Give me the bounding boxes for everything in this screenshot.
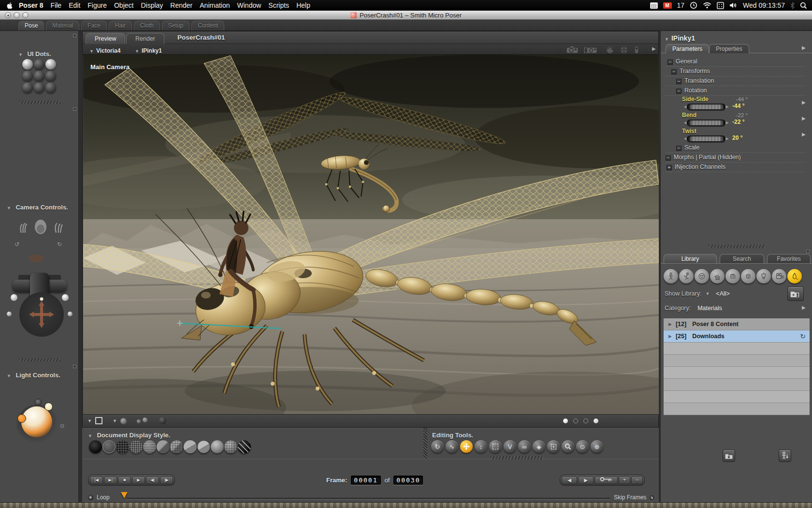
- tab-render[interactable]: Render: [126, 33, 164, 44]
- group-translation[interactable]: −Translation: [666, 77, 806, 86]
- group-morphs[interactable]: −Morphs | Partial (Hidden): [666, 154, 806, 163]
- direct-manipulation-tool[interactable]: ⊕: [591, 440, 603, 453]
- timeline-track[interactable]: [127, 498, 610, 499]
- style-cartoon[interactable]: [184, 440, 197, 453]
- dial-options-arrow[interactable]: ▶: [802, 132, 806, 137]
- tab-search[interactable]: Search: [720, 254, 764, 263]
- library-empty-row[interactable]: [664, 391, 810, 403]
- light-globe-control[interactable]: [21, 406, 52, 437]
- props-category-icon[interactable]: [741, 269, 755, 284]
- menu-clock[interactable]: Wed 09:13:57: [743, 1, 785, 9]
- cameras-category-icon[interactable]: [772, 269, 786, 284]
- tab-library[interactable]: Library: [664, 254, 717, 263]
- mini-ball-icon[interactable]: [137, 419, 141, 423]
- tab-parameters[interactable]: Parameters: [666, 44, 709, 53]
- close-window-button[interactable]: [5, 12, 11, 18]
- ui-dot-7[interactable]: [22, 82, 33, 93]
- camera-select-icon[interactable]: [584, 45, 597, 54]
- translate-in-out-tool[interactable]: ↕: [475, 440, 487, 453]
- chain-break-tool[interactable]: ∞: [518, 440, 531, 453]
- poses-category-icon[interactable]: [679, 269, 694, 284]
- total-frames-field[interactable]: 00030: [393, 476, 423, 485]
- panel-arrow-icon[interactable]: ▶: [802, 45, 806, 50]
- palette-menu-box[interactable]: [73, 107, 76, 111]
- bluetooth-icon[interactable]: [790, 2, 795, 9]
- hands-category-icon[interactable]: [710, 269, 725, 284]
- spotlight-icon[interactable]: [800, 2, 807, 9]
- library-empty-row[interactable]: [664, 403, 810, 415]
- style-silhouette[interactable]: [89, 440, 102, 453]
- library-empty-row[interactable]: [664, 379, 810, 391]
- ui-dot-8[interactable]: [34, 82, 44, 93]
- stop-button[interactable]: ■: [118, 476, 131, 484]
- materials-category-icon[interactable]: [787, 269, 802, 284]
- twist-dial[interactable]: ◀▶: [684, 134, 728, 143]
- calendar-icon[interactable]: [650, 2, 658, 9]
- menu-figure[interactable]: Figure: [87, 1, 107, 9]
- pan-view-icon[interactable]: [620, 45, 628, 54]
- palette-divider[interactable]: [491, 456, 544, 460]
- room-tab-pose[interactable]: Pose: [18, 21, 44, 30]
- page-dot-3[interactable]: [583, 418, 588, 423]
- style-flat-lined[interactable]: [170, 440, 183, 453]
- dial-value[interactable]: -44 °: [732, 103, 744, 109]
- mini-ball-icon[interactable]: [143, 418, 147, 422]
- room-tab-material[interactable]: Material: [46, 21, 79, 30]
- rotate-left-camera-icon[interactable]: ↺: [14, 241, 19, 248]
- window-title-bar[interactable]: PoserCrash#01 – Smith Micro Poser: [0, 11, 812, 20]
- scale-tool[interactable]: [489, 440, 502, 453]
- room-tab-hair[interactable]: Hair: [109, 21, 132, 30]
- menu-window[interactable]: Window: [237, 1, 261, 9]
- camera-icon[interactable]: [566, 45, 579, 54]
- frame-select-icon[interactable]: [95, 417, 102, 424]
- ui-dot-9[interactable]: [45, 82, 56, 93]
- add-runtime-button[interactable]: +: [787, 286, 804, 301]
- page-dot-1[interactable]: [563, 418, 568, 423]
- group-scale[interactable]: −Scale: [666, 144, 806, 153]
- menu-display[interactable]: Display: [141, 1, 163, 9]
- light-indicator-orange[interactable]: [17, 414, 26, 423]
- palette-divider[interactable]: [709, 245, 765, 248]
- current-frame-field[interactable]: 00001: [351, 476, 380, 485]
- gmail-icon[interactable]: M: [663, 2, 672, 9]
- dial-options-arrow[interactable]: ▶: [802, 116, 806, 121]
- tab-preview[interactable]: Preview: [86, 33, 125, 44]
- refresh-icon[interactable]: ↻: [800, 332, 806, 340]
- twist-tool[interactable]: ∿: [446, 440, 458, 453]
- palette-divider[interactable]: [19, 101, 60, 104]
- group-injection-channels[interactable]: +INjection Channels: [666, 164, 806, 172]
- zoom-window-button[interactable]: [22, 12, 29, 18]
- remove-from-library-button[interactable]: [779, 449, 791, 462]
- library-empty-row[interactable]: [664, 355, 810, 367]
- taper-tool[interactable]: V: [504, 440, 516, 453]
- menu-object[interactable]: Object: [114, 1, 133, 9]
- palette-divider[interactable]: [19, 358, 60, 361]
- style-smooth-lined[interactable]: [224, 440, 237, 453]
- bend-dial[interactable]: ◀▶: [684, 118, 728, 127]
- camera-hands-head-icons[interactable]: [17, 218, 64, 238]
- lights-category-icon[interactable]: [756, 269, 771, 284]
- figures-category-icon[interactable]: [664, 269, 678, 284]
- light-indicator-dim[interactable]: [35, 399, 42, 405]
- room-tab-setup[interactable]: Setup: [162, 21, 189, 30]
- style-flat-shaded[interactable]: [157, 440, 170, 453]
- panel-collapse-arrow-icon[interactable]: ▶: [652, 46, 656, 51]
- style-lit-wireframe[interactable]: [143, 440, 156, 453]
- library-empty-row[interactable]: [664, 343, 810, 355]
- tab-favorites[interactable]: Favorites: [767, 254, 811, 263]
- group-transforms[interactable]: −Transforms: [666, 68, 806, 76]
- style-hidden-line[interactable]: [130, 440, 143, 453]
- time-machine-icon[interactable]: [690, 1, 697, 9]
- memory-dot-icon[interactable]: [634, 45, 639, 54]
- right-point-hand-icon[interactable]: [62, 283, 69, 289]
- collapse-triangle-icon[interactable]: ▼: [7, 374, 11, 378]
- expressions-category-icon[interactable]: [695, 269, 709, 284]
- category-options-arrow[interactable]: ▶: [802, 305, 806, 310]
- depth-cue-triangle-icon[interactable]: ▼: [87, 418, 92, 423]
- loop-radio[interactable]: [88, 495, 93, 500]
- actor-menu-ipinky1[interactable]: ▼IPinky1: [135, 46, 162, 55]
- input-menu-icon[interactable]: [717, 2, 724, 9]
- show-library-value[interactable]: <All>: [716, 290, 730, 297]
- group-general[interactable]: −General: [666, 58, 806, 67]
- camera-name-label[interactable]: Main Camera: [90, 63, 130, 71]
